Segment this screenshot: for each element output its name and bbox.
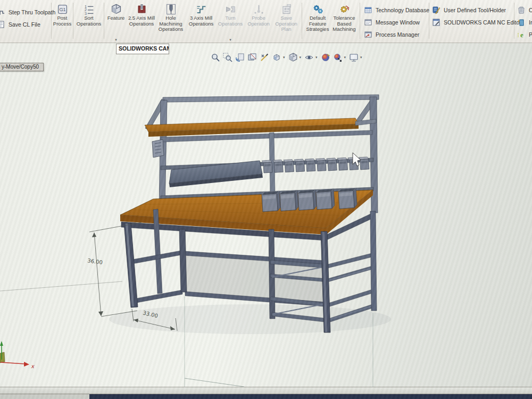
mill-25-axis-icon <box>136 4 147 15</box>
turn-operations-button[interactable]: Turn Operations ▾ <box>216 4 245 41</box>
toolpath-file-group: Step Thru Toolpath Save CL File <box>0 6 55 30</box>
button-label: Default Feature Strategies <box>302 15 333 32</box>
tolerance-based-machining-icon <box>339 4 350 15</box>
model-3d-view[interactable]: 36.00 33.00 x <box>0 43 532 399</box>
feature-button[interactable]: Feature ▾ <box>105 4 127 41</box>
inspection-icon <box>517 18 526 27</box>
default-feature-strategies-button[interactable]: Default Feature Strategies <box>302 4 333 41</box>
button-label: Message Window <box>376 19 420 26</box>
graphics-area[interactable]: ▾ ▾ ▾ ▾ ▾ y-Move/Copy50 <box>0 43 532 399</box>
message-window-icon <box>364 18 372 27</box>
dimension-height-text: 36.00 <box>87 257 103 265</box>
chevron-down-icon[interactable]: ▾ <box>115 38 117 42</box>
save-operation-plan-icon <box>281 4 292 15</box>
tab-solidworks-cam[interactable]: SOLIDWORKS CAM <box>116 44 169 54</box>
edrawings-icon <box>517 30 526 39</box>
message-window-button[interactable]: Message Window <box>364 16 429 28</box>
button-label: Save CL File <box>9 21 40 28</box>
button-label: Post Process <box>51 15 73 27</box>
3-axis-mill-operations-button[interactable]: 3 Axis Mill Operations <box>186 4 216 41</box>
save-operation-plan-button[interactable]: Save Operation Plan <box>272 4 301 41</box>
cam-nc-editor-icon <box>432 18 440 27</box>
taskbar-strip <box>89 394 532 399</box>
ribbon-separator <box>104 3 104 39</box>
button-label: 2.5 Axis Mill Operations <box>128 15 155 27</box>
step-thru-toolpath-icon <box>0 8 5 16</box>
button-label: Pu <box>529 31 532 38</box>
button-label: Save Operation Plan <box>272 15 301 32</box>
technology-database-icon <box>364 6 372 14</box>
button-label: Feature <box>105 15 127 21</box>
status-bar <box>0 387 532 394</box>
hole-machining-operations-button[interactable]: Hole Machining Operations <box>156 4 186 41</box>
step-thru-toolpath-button[interactable]: Step Thru Toolpath <box>0 6 55 18</box>
button-label: Step Thru Toolpath <box>9 9 55 15</box>
button-label: C <box>529 7 532 13</box>
button-label: Tolerance Based Machining <box>329 15 359 32</box>
save-cl-file-button[interactable]: Save CL File <box>0 18 55 30</box>
button-label: Probe Operation <box>245 15 272 27</box>
tolerance-based-machining-button[interactable]: Tolerance Based Machining <box>329 4 359 41</box>
taskbar-corner <box>0 394 89 399</box>
probe-operation-button[interactable]: Probe Operation <box>245 4 272 41</box>
ribbon-separator <box>360 3 360 39</box>
button-label: SOLIDWORKS CAM NC Editor <box>444 19 521 26</box>
user-defined-tool-holder-icon <box>432 6 440 14</box>
button-label: Process Manager <box>376 31 419 38</box>
sort-operations-button[interactable]: Sort Operations <box>74 4 104 41</box>
hole-machining-icon <box>165 4 177 15</box>
origin-triad: x <box>0 341 35 369</box>
button-label: Turn Operations <box>216 15 245 27</box>
feature-cube-icon <box>111 4 122 15</box>
cam-utility-group: Technology Database Message Window Proce… <box>364 4 429 40</box>
editor-group: User Defined Tool/Holder SOLIDWORKS CAM … <box>432 4 521 28</box>
button-label: Hole Machining Operations <box>156 15 186 32</box>
post-process-button[interactable]: Post Process <box>51 4 73 41</box>
process-manager-button[interactable]: Process Manager <box>364 28 429 40</box>
technology-database-button[interactable]: Technology Database <box>364 4 429 16</box>
clipped-button-3[interactable]: Pu <box>517 28 532 40</box>
clipped-button-2[interactable]: In <box>517 16 532 28</box>
trash-icon <box>517 6 526 14</box>
parts-bins <box>262 157 369 212</box>
button-label: Sort Operations <box>74 15 104 27</box>
sort-operations-icon <box>84 4 95 15</box>
clipped-button-1[interactable]: C <box>517 4 532 16</box>
chevron-down-icon[interactable]: ▾ <box>229 38 231 42</box>
mill-3-axis-icon <box>196 4 207 15</box>
probe-operation-icon <box>253 4 264 15</box>
post-process-icon <box>57 4 68 15</box>
user-defined-tool-holder-button[interactable]: User Defined Tool/Holder <box>432 4 521 16</box>
triad-x-label: x <box>31 363 35 369</box>
button-label: 3 Axis Mill Operations <box>186 15 216 27</box>
button-label: In <box>529 19 532 26</box>
default-feature-strategies-icon <box>312 4 323 15</box>
save-cl-file-icon <box>0 20 5 29</box>
cam-ribbon: Step Thru Toolpath Save CL File Post Pro… <box>0 0 532 43</box>
button-label: User Defined Tool/Holder <box>444 7 506 13</box>
25-axis-mill-operations-button[interactable]: 2.5 Axis Mill Operations <box>128 4 155 41</box>
cam-nc-editor-button[interactable]: SOLIDWORKS CAM NC Editor <box>432 16 521 28</box>
turn-operations-icon <box>225 4 236 15</box>
process-manager-icon <box>364 30 372 39</box>
clipped-right-group: C In Pu <box>517 4 532 40</box>
button-label: Technology Database <box>376 7 429 13</box>
